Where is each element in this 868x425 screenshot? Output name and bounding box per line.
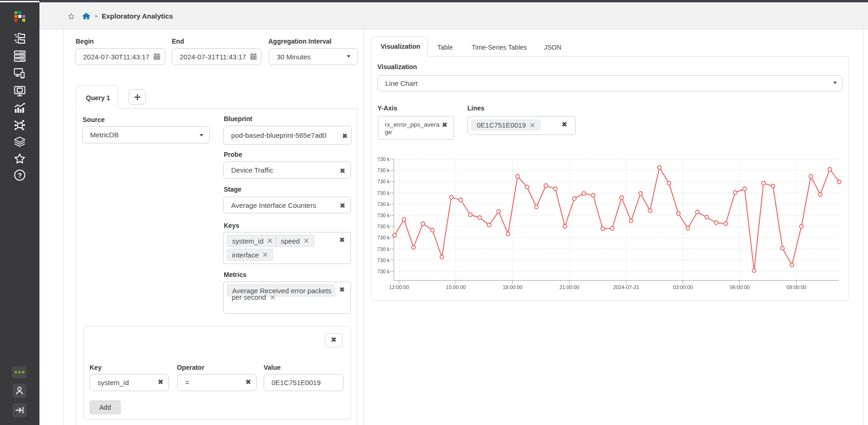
svg-text:730 k: 730 k (377, 246, 390, 252)
svg-text:730 k: 730 k (377, 269, 390, 274)
svg-text:18:00:00: 18:00:00 (503, 284, 523, 290)
svg-text:06:00:00: 06:00:00 (730, 284, 750, 290)
svg-text:09:00:00: 09:00:00 (786, 284, 806, 290)
svg-text:12:00:00: 12:00:00 (389, 284, 409, 290)
svg-text:730 k: 730 k (377, 156, 390, 162)
svg-text:?: ? (18, 171, 22, 179)
svg-text:730 k: 730 k (377, 224, 390, 229)
svg-text:21:00:00: 21:00:00 (559, 284, 579, 290)
svg-text:2024-07-31: 2024-07-31 (613, 284, 639, 290)
svg-text:03:00:00: 03:00:00 (673, 284, 693, 290)
svg-text:730 k: 730 k (377, 212, 390, 218)
svg-text:15:00:00: 15:00:00 (446, 284, 466, 290)
svg-text:730 k: 730 k (377, 235, 390, 240)
svg-text:730 k: 730 k (377, 201, 390, 207)
svg-text:730 k: 730 k (377, 179, 390, 184)
svg-text:730 k: 730 k (377, 190, 390, 196)
svg-text:730 k: 730 k (377, 167, 390, 173)
svg-text:730 k: 730 k (377, 258, 390, 263)
